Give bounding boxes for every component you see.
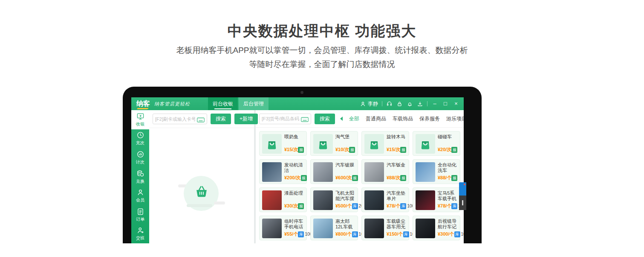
category-tab-4[interactable]: 保养服务	[419, 115, 440, 123]
member-search-row: 搜索 +新增	[149, 110, 254, 128]
product-info: 飞机太阳能汽车摆件车载¥500/个库200	[335, 190, 355, 209]
floating-widget[interactable]	[459, 182, 466, 210]
category-bar: 全部普通商品车载饰品保养服务游乐项目商品类型	[340, 115, 460, 123]
sidebar-item-6[interactable]: 订单	[131, 205, 149, 225]
sidebar-item-4[interactable]: 兑换	[131, 167, 149, 187]
product-bottom-row: ¥88/次服	[387, 175, 406, 181]
product-price: ¥800/个	[335, 231, 352, 237]
headset-icon[interactable]	[386, 101, 393, 107]
bell-icon[interactable]	[407, 101, 413, 107]
product-card[interactable]: 全自动化洗车¥88/个服	[413, 159, 460, 184]
product-card[interactable]: 汽车坐垫单片¥78/个库100	[361, 187, 409, 212]
floating-widget-messenger-icon[interactable]	[459, 182, 466, 196]
download-icon[interactable]	[417, 101, 423, 107]
main-area: 搜索 +新增	[149, 110, 464, 243]
category-list: 全部普通商品车载饰品保养服务游乐项目商品类型	[349, 115, 464, 123]
product-card[interactable]: 淘气堡¥10/次服	[310, 131, 358, 156]
close-button[interactable]: ×	[453, 100, 459, 107]
product-info: 碰碰车¥20/次服	[438, 134, 457, 153]
maximize-button[interactable]: □	[442, 100, 449, 107]
product-card[interactable]: 漆面处理¥30/次服	[259, 187, 307, 212]
product-bottom-row: ¥15/次服	[284, 146, 304, 153]
card-number-field[interactable]	[153, 114, 207, 124]
product-code-input[interactable]	[262, 116, 299, 121]
product-card[interactable]: 碰碰车¥20/次服	[413, 131, 460, 156]
product-bottom-row: ¥78/个库100	[387, 203, 406, 209]
empty-cart-illustration	[178, 174, 225, 213]
keyboard-icon[interactable]	[197, 117, 205, 122]
product-card[interactable]: 惠太郎12L车载冰箱家用¥800/个库100	[310, 216, 358, 240]
product-card[interactable]: 发动机清洁¥200/次服	[259, 159, 307, 184]
user-chip[interactable]: 李静	[360, 100, 378, 108]
category-tab-3[interactable]: 车载饰品	[393, 115, 413, 123]
sidebar-item-2[interactable]: 充次	[131, 129, 149, 149]
category-tab-2[interactable]: 普通商品	[366, 115, 386, 123]
badge-group: 服	[349, 147, 355, 153]
sidebar-item-label: 会员	[136, 197, 144, 203]
product-price: ¥20/次	[438, 146, 451, 153]
card-number-input[interactable]	[155, 117, 195, 122]
product-card[interactable]: 临时停车手机电话挪车号码¥55/个库100	[259, 216, 307, 240]
count-icon	[136, 150, 144, 158]
product-photo	[416, 190, 435, 210]
product-card[interactable]: 飞机太阳能汽车摆件车载¥500/个库200	[310, 187, 358, 212]
product-bottom-row: ¥20/次服	[438, 146, 457, 153]
product-photo	[262, 162, 282, 182]
product-card[interactable]: 宝马5系车载手机支架¥78/个库100	[413, 187, 460, 212]
sidebar-item-label: 充次	[136, 140, 144, 146]
product-price: ¥78/个	[438, 203, 451, 209]
product-card[interactable]: 旋转木马¥15/次服	[361, 131, 409, 156]
product-card[interactable]: 汽车钣金¥88/次服	[361, 159, 409, 184]
sidebar-item-5[interactable]: 会员	[131, 186, 149, 205]
category-prev-icon[interactable]	[340, 117, 343, 121]
sidebar-item-1[interactable]: ¥收银	[131, 110, 149, 129]
product-card[interactable]: 后视镜导航行车记录仪带¥300/个库100	[413, 216, 460, 240]
keyboard-icon[interactable]	[301, 116, 309, 121]
product-photo	[313, 190, 333, 210]
nav-tab-2[interactable]: 后台管理	[239, 97, 269, 110]
product-code-field[interactable]	[259, 114, 311, 124]
product-card[interactable]: 汽车镀膜¥600/次服	[310, 159, 358, 184]
product-search-button[interactable]: 搜索	[315, 114, 335, 124]
product-bag-icon	[262, 134, 282, 154]
product-photo	[364, 190, 384, 210]
member-panel: 搜索 +新增	[149, 110, 254, 243]
service-badge: 服	[349, 147, 355, 153]
stock-badge: 库	[451, 203, 457, 209]
nav-tab-1[interactable]: 前台收银	[208, 97, 238, 110]
app-body: ¥收银充次计次兑换会员订单交班 搜索 +新增	[131, 110, 464, 243]
product-card[interactable]: 车载吸尘器车用无线充电汽¥150/个库100	[361, 216, 409, 240]
product-price: ¥300/个	[438, 231, 454, 237]
floating-widget-handle[interactable]	[459, 196, 466, 210]
product-photo	[364, 162, 384, 182]
product-name: 临时停车手机电话挪车号码	[284, 219, 304, 230]
sidebar-item-3[interactable]: 计次	[131, 148, 149, 167]
sidebar: ¥收银充次计次兑换会员订单交班	[131, 110, 149, 243]
add-member-button[interactable]: +新增	[234, 114, 258, 124]
product-price: ¥88/个	[438, 175, 451, 181]
product-info: 发动机清洁¥200/次服	[284, 162, 304, 181]
product-info: 临时停车手机电话挪车号码¥55/个库100	[284, 219, 304, 237]
product-card[interactable]: 喂奶鱼¥15/次服	[259, 131, 307, 156]
lock-icon[interactable]	[396, 101, 403, 107]
product-name: 碰碰车	[438, 134, 457, 145]
hero-subtitle-line1: 老板用纳客手机APP就可以掌管一切，会员管理、库存调拨、统计报表、数据分析	[0, 43, 644, 57]
product-name: 汽车坐垫单片	[387, 190, 406, 202]
category-tab-5[interactable]: 游乐项目	[446, 115, 464, 123]
sidebar-item-label: 交班	[136, 235, 144, 241]
badge-group: 服	[298, 203, 304, 209]
stock-badge: 库	[298, 231, 304, 237]
product-info: 后视镜导航行车记录仪带¥300/个库100	[438, 219, 457, 237]
product-bottom-row: ¥10/次服	[335, 146, 355, 153]
sidebar-item-7[interactable]: 交班	[131, 224, 149, 243]
member-search-button[interactable]: 搜索	[211, 114, 231, 124]
product-photo	[313, 219, 333, 238]
minimize-button[interactable]: –	[431, 100, 438, 107]
service-badge: 服	[400, 175, 406, 181]
product-bottom-row: ¥200/次服	[284, 175, 304, 181]
category-tab-1[interactable]: 全部	[349, 115, 359, 123]
service-badge: 服	[298, 147, 304, 153]
stock-count: 100	[461, 232, 464, 237]
product-name: 飞机太阳能汽车摆件车载	[335, 190, 355, 202]
product-search-row: 搜索 全部普通商品车载饰品保养服务游乐项目商品类型	[256, 110, 464, 128]
